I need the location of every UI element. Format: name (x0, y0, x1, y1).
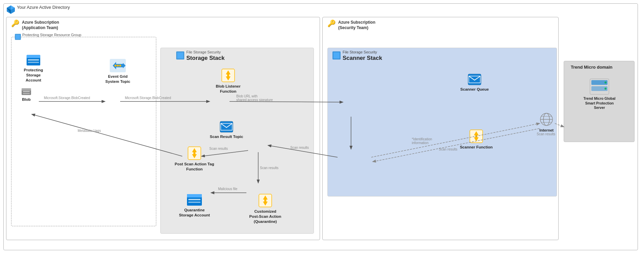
storage-stack-icon (176, 51, 185, 61)
blob-listener-label: Blob Listener Function (208, 84, 248, 94)
svg-rect-36 (264, 200, 266, 202)
blob-listener-component: Blob Listener Function (208, 68, 248, 94)
scanner-stack-icon (332, 51, 341, 61)
post-scan-label: Post Scan Action Tag Function (171, 162, 218, 172)
svg-rect-44 (475, 135, 477, 137)
trend-server-label: Trend Micro GlobalSmart ProtectionServer (574, 96, 625, 110)
trend-domain-label: Trend Micro domain (571, 65, 613, 70)
svg-rect-4 (16, 35, 20, 39)
azure-ad-icon (6, 5, 16, 15)
protecting-storage-label: ProtectingStorage Account (18, 68, 49, 83)
svg-rect-30 (187, 194, 202, 197)
post-scan-component: Post Scan Action Tag Function (171, 146, 218, 172)
scanner-function-label: Scanner Function (459, 145, 493, 150)
svg-rect-11 (23, 91, 30, 92)
sub-security-label: Azure Subscription(Security Team) (338, 20, 375, 30)
svg-rect-10 (22, 88, 31, 91)
diagram-container: Your Azure Active Directory 🔑 Azure Subs… (0, 0, 644, 256)
svg-point-49 (605, 88, 607, 90)
sub-security-box: 🔑 Azure Subscription(Security Team) File… (322, 17, 559, 240)
blob-component: Blob (21, 86, 32, 102)
trend-domain-box: Trend Micro domain Trend Micro GlobalSma… (564, 61, 635, 142)
storage-stack-sublabel: File Storage Security (186, 50, 221, 54)
trend-server-component: Trend Micro GlobalSmart ProtectionServer (574, 78, 625, 110)
svg-rect-18 (177, 52, 183, 59)
svg-point-48 (605, 82, 607, 84)
scanner-queue-label: Scanner Queue (459, 87, 490, 92)
quarantine-storage-label: QuarantineStorage Account (178, 208, 211, 218)
svg-rect-6 (27, 55, 40, 58)
svg-rect-38 (333, 52, 340, 59)
svg-rect-12 (23, 93, 30, 94)
svg-rect-8 (28, 62, 39, 63)
protect-rg-icon (14, 33, 22, 42)
storage-stack-box: File Storage Security Storage Stack Blob… (160, 48, 314, 234)
protect-rg-box: Protecting Storage Resource Group Protec… (11, 37, 156, 226)
scanner-stack-sublabel: File Storage Security (343, 50, 377, 54)
blob-label: Blob (22, 97, 31, 102)
sub-app-label: Azure Subscription (Application Team) (22, 20, 59, 30)
svg-rect-22 (227, 74, 229, 76)
custom-post-scan-component: CustomizedPost-Scan Action(Quarantine) (245, 193, 286, 224)
internet-component: Internet (539, 112, 554, 133)
key-icon-security: 🔑 (327, 19, 336, 27)
event-grid-component: Event GridSystem Topic (104, 59, 131, 84)
scanner-queue-component: Scanner Queue (459, 73, 490, 92)
svg-point-14 (114, 65, 116, 67)
key-icon-app: 🔑 (11, 19, 20, 27)
scan-result-topic-label: Scan Result Topic (208, 134, 245, 139)
storage-stack-title: Storage Stack (186, 55, 224, 62)
svg-point-15 (117, 65, 119, 67)
scanner-function-component: Scanner Function (459, 129, 493, 150)
sub-app-box: 🔑 Azure Subscription (Application Team) … (6, 17, 320, 240)
scanner-stack-title: Scanner Stack (343, 55, 382, 62)
scanner-stack-box: File Storage Security Scanner Stack Scan… (327, 48, 557, 196)
event-grid-label: Event GridSystem Topic (104, 74, 131, 84)
quarantine-storage-component: QuarantineStorage Account (178, 193, 211, 218)
protecting-storage-account: ProtectingStorage Account (18, 54, 49, 83)
protect-rg-label: Protecting Storage Resource Group (22, 33, 81, 37)
svg-point-16 (119, 65, 121, 67)
svg-rect-7 (28, 59, 39, 61)
svg-rect-31 (188, 199, 200, 200)
svg-rect-32 (188, 202, 200, 203)
custom-post-scan-label: CustomizedPost-Scan Action(Quarantine) (245, 209, 286, 224)
svg-rect-39 (468, 74, 481, 85)
svg-rect-28 (193, 152, 195, 154)
svg-rect-23 (220, 121, 233, 132)
azure-ad-label: Your Azure Active Directory (17, 5, 70, 10)
scan-result-topic-component: Scan Result Topic (208, 121, 245, 139)
internet-label: Internet (539, 128, 554, 133)
